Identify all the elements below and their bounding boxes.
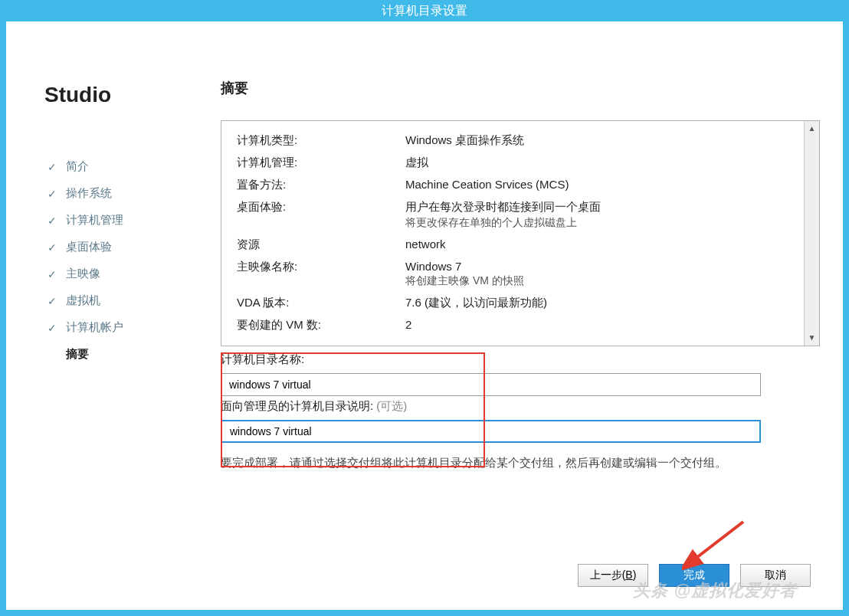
summary-row: 计算机类型:Windows 桌面操作系统 <box>237 133 804 148</box>
scrollbar[interactable]: ▲ ▼ <box>804 121 819 346</box>
sidebar-item-vm[interactable]: ✓虚拟机 <box>44 287 205 314</box>
sidebar-item-summary[interactable]: ✓摘要 <box>44 341 205 368</box>
check-icon: ✓ <box>48 241 58 254</box>
sidebar-item-desktop[interactable]: ✓桌面体验 <box>44 234 205 260</box>
content-area: Studio ✓简介 ✓操作系统 ✓计算机管理 ✓桌面体验 ✓主映像 ✓虚拟机 … <box>6 21 843 604</box>
sidebar-item-os[interactable]: ✓操作系统 <box>44 180 205 207</box>
sidebar: Studio ✓简介 ✓操作系统 ✓计算机管理 ✓桌面体验 ✓主映像 ✓虚拟机 … <box>29 52 221 604</box>
scroll-track[interactable] <box>805 136 819 330</box>
dialog-window: 计算机目录设置 Studio ✓简介 ✓操作系统 ✓计算机管理 ✓桌面体验 ✓主… <box>0 0 849 616</box>
sidebar-item-management[interactable]: ✓计算机管理 <box>44 207 205 234</box>
check-icon: ✓ <box>48 295 58 307</box>
window-title: 计算机目录设置 <box>382 4 467 17</box>
sidebar-item-image[interactable]: ✓主映像 <box>44 260 205 287</box>
summary-row: 计算机管理:虚拟 <box>237 156 804 170</box>
summary-content: 计算机类型:Windows 桌面操作系统 计算机管理:虚拟 置备方法:Machi… <box>221 121 819 346</box>
summary-row: 置备方法:Machine Ceation Srvices (MCS) <box>237 178 804 192</box>
description-input[interactable] <box>221 420 761 443</box>
help-text: 要完成部署，请通过选择交付组将此计算机目录分配给某个交付组，然后再创建或编辑一个… <box>221 454 765 472</box>
summary-row: 资源network <box>237 238 804 252</box>
title-bar: 计算机目录设置 <box>6 0 843 21</box>
check-icon: ✓ <box>48 322 58 334</box>
summary-row: 主映像名称:Windows 7将创建主映像 VM 的快照 <box>237 260 804 288</box>
form-section: 计算机目录名称: 面向管理员的计算机目录说明: (可选) <box>221 352 820 443</box>
summary-row: VDA 版本:7.6 (建议，以访问最新功能) <box>237 296 804 310</box>
scroll-up-icon[interactable]: ▲ <box>805 121 819 136</box>
check-icon: ✓ <box>48 215 58 227</box>
description-label: 面向管理员的计算机目录说明: (可选) <box>221 399 820 414</box>
section-title: 摘要 <box>221 79 820 97</box>
main-panel: 摘要 计算机类型:Windows 桌面操作系统 计算机管理:虚拟 置备方法:Ma… <box>221 52 820 604</box>
sidebar-item-intro[interactable]: ✓简介 <box>44 153 205 180</box>
wizard-steps: ✓简介 ✓操作系统 ✓计算机管理 ✓桌面体验 ✓主映像 ✓虚拟机 ✓计算机帐户 … <box>44 153 205 368</box>
app-title: Studio <box>44 83 205 107</box>
catalog-name-label: 计算机目录名称: <box>221 352 820 367</box>
sidebar-item-account[interactable]: ✓计算机帐户 <box>44 314 205 341</box>
catalog-name-input[interactable] <box>221 373 761 396</box>
summary-row: 桌面体验:用户在每次登录时都连接到同一个桌面将更改保存在单独的个人虚拟磁盘上 <box>237 200 804 230</box>
scroll-down-icon[interactable]: ▼ <box>805 330 819 346</box>
check-icon: ✓ <box>48 188 58 200</box>
check-icon: ✓ <box>48 268 58 280</box>
check-icon: ✓ <box>48 161 58 173</box>
watermark: 头条 @虚拟化爱好者 <box>633 579 797 602</box>
summary-box: 计算机类型:Windows 桌面操作系统 计算机管理:虚拟 置备方法:Machi… <box>221 120 820 346</box>
summary-row: 要创建的 VM 数:2 <box>237 318 804 333</box>
